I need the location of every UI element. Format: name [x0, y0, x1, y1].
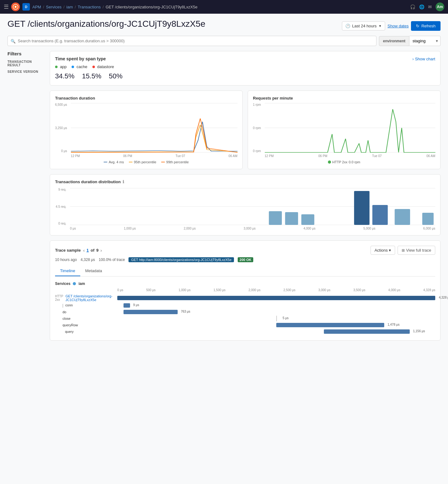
span-label-3: close	[55, 317, 117, 320]
tab-metadata[interactable]: Metadata	[80, 266, 107, 276]
rpm-x-12pm: 12 PM	[265, 154, 274, 158]
headset-icon[interactable]: 🎧	[410, 4, 415, 9]
trace-current-page: 1	[86, 248, 89, 253]
span-bar-5	[324, 329, 410, 334]
filter-group-service-version[interactable]: SERVICE VERSION	[7, 70, 45, 73]
svg-rect-16	[395, 209, 410, 225]
span-values: 34.5% 15.5% 50%	[55, 72, 435, 80]
chevron-down-icon: ▼	[379, 24, 382, 28]
timeline-time-labels: 0 μs 500 μs 1,000 μs 1,500 μs 2,000 μs 2…	[117, 288, 435, 292]
rpm-legend: HTTP 2xx 0.0 rpm	[253, 160, 435, 164]
span-label-2: do	[55, 310, 117, 314]
globe-icon[interactable]: 🌐	[419, 4, 424, 9]
span-name-3[interactable]: close	[63, 317, 71, 320]
header-controls: 🕐 Last 24 hours ▼ Show dates ↻ Refresh	[342, 21, 441, 31]
span-bar-0	[117, 296, 435, 300]
span-name-5[interactable]: query	[65, 330, 74, 333]
hamburger-icon[interactable]: ☰	[4, 3, 9, 10]
trace-sample-card: Trace sample ‹ 1 of 9 › Actions ▾	[50, 240, 441, 341]
td-y-min: 0 μs	[55, 149, 67, 153]
distribution-chart	[70, 188, 435, 225]
mail-icon[interactable]: ✉	[428, 4, 432, 9]
td-legend: Avg. 4 ms 95th percentile 99th percentil…	[55, 160, 237, 164]
td-y-max: 6,500 μs	[55, 103, 67, 106]
breadcrumb-services[interactable]: Services	[46, 5, 62, 9]
td-95-legend: 95th percentile	[129, 160, 156, 164]
span-name-1[interactable]: conn	[65, 303, 73, 307]
span-duration-4: 1,478 μs	[388, 323, 400, 326]
span-label-4: queryRow	[55, 323, 117, 327]
chart-row: Transaction duration 6,500 μs 3,250 μs 0…	[50, 91, 441, 169]
dist-x-3: 3,000 μs	[244, 227, 256, 230]
span-name-0[interactable]: GET /clients/organizations/org-JC1CUjT9y…	[66, 294, 118, 302]
app-legend-item: app	[55, 64, 67, 69]
svg-rect-13	[301, 214, 315, 225]
info-icon[interactable]: ℹ	[123, 179, 124, 184]
span-type-header: Time spent by span type › Show chart	[55, 56, 435, 61]
search-row: 🔍 environment staging production ▾	[7, 36, 441, 46]
span-bar-area-5: 1,156 μs	[117, 329, 435, 334]
p95-line-icon	[129, 162, 133, 162]
span-row-3: close 5 μs	[55, 316, 435, 321]
rpm-y-max: 1 rpm	[253, 103, 261, 106]
tab-timeline[interactable]: Timeline	[55, 266, 80, 276]
filter-group-transaction-result[interactable]: TRANSACTION RESULT	[7, 60, 45, 67]
dist-x-2: 2,000 μs	[184, 227, 196, 230]
services-row: Services iam	[55, 282, 435, 286]
td-y-mid: 3,250 μs	[55, 126, 67, 130]
dist-y-2: 0 req.	[55, 222, 66, 225]
trace-nav: ‹ 1 of 9 ›	[83, 248, 102, 253]
breadcrumb-transactions[interactable]: Transactions	[78, 5, 101, 9]
span-name-4[interactable]: queryRow	[63, 323, 78, 327]
breadcrumb-current: GET /clients/organizations/org-JC1CUjT9y…	[105, 5, 197, 9]
span-name-2[interactable]: do	[63, 310, 66, 314]
nav-right: 🎧 🌐 ✉ Am	[410, 2, 444, 11]
svg-rect-14	[354, 191, 370, 225]
breadcrumb: APM / Services / iam / Transactions / GE…	[32, 5, 198, 9]
search-input[interactable]	[7, 36, 376, 46]
span-duration-3: 5 μs	[282, 316, 288, 320]
trace-tabs: Timeline Metadata	[55, 266, 435, 277]
time-range-selector[interactable]: 🕐 Last 24 hours ▼	[342, 21, 385, 30]
rpm-title: Requests per minute	[253, 96, 435, 100]
dist-x-1: 1,000 μs	[124, 227, 136, 230]
svg-rect-15	[372, 205, 388, 225]
span-type-title: Time spent by span type	[55, 56, 106, 61]
refresh-button[interactable]: ↻ Refresh	[411, 21, 441, 31]
requests-per-minute-card: Requests per minute 1 rpm 0 rpm 0 rpm	[248, 91, 441, 169]
breadcrumb-apm[interactable]: APM	[32, 5, 41, 9]
rpm-y-min: 0 rpm	[253, 149, 261, 153]
trace-prev-button[interactable]: ‹	[83, 248, 85, 253]
rpm-http2xx-legend: HTTP 2xx 0.0 rpm	[328, 160, 360, 164]
svg-rect-11	[269, 211, 282, 225]
span-bar-area-3: 5 μs	[117, 316, 435, 321]
span-row-2: do 763 μs	[55, 309, 435, 315]
trace-of-label: of	[91, 248, 94, 253]
breadcrumb-iam[interactable]: iam	[66, 5, 73, 9]
cards-area: Time spent by span type › Show chart app…	[50, 51, 441, 341]
span-type-card: Time spent by span type › Show chart app…	[50, 51, 441, 86]
timeline-content: Services iam 0 μs 500 μs 1,000 μs 1,500 …	[55, 282, 435, 334]
span-duration-2: 763 μs	[181, 310, 190, 313]
view-full-trace-button[interactable]: ⊞ View full trace	[398, 246, 435, 255]
actions-button[interactable]: Actions ▾	[371, 246, 395, 255]
brand-badge: D	[22, 3, 30, 11]
trace-next-button[interactable]: ›	[100, 248, 102, 253]
span-row-4: queryRow 1,478 μs	[55, 322, 435, 328]
filter-label-transaction-result: TRANSACTION RESULT	[7, 60, 45, 67]
rpm-x-6am: 06 AM	[427, 154, 435, 158]
content-area: Filters TRANSACTION RESULT SERVICE VERSI…	[7, 51, 441, 341]
env-select[interactable]: staging production	[409, 36, 441, 46]
user-avatar[interactable]: Am	[436, 2, 444, 11]
trace-actions: Actions ▾ ⊞ View full trace	[371, 246, 435, 255]
datastore-value: 50%	[109, 72, 123, 80]
transaction-duration-title: Transaction duration	[55, 96, 237, 100]
span-duration-5: 1,156 μs	[413, 329, 425, 333]
chevron-right-icon: ›	[413, 57, 414, 61]
status-badge: 200 OK	[238, 257, 253, 262]
show-chart-button[interactable]: › Show chart	[413, 57, 435, 61]
dist-x-6: 6,000 μs	[423, 227, 435, 230]
svg-rect-12	[285, 212, 298, 225]
show-dates-button[interactable]: Show dates	[388, 24, 409, 28]
trace-total: 9	[96, 248, 99, 253]
